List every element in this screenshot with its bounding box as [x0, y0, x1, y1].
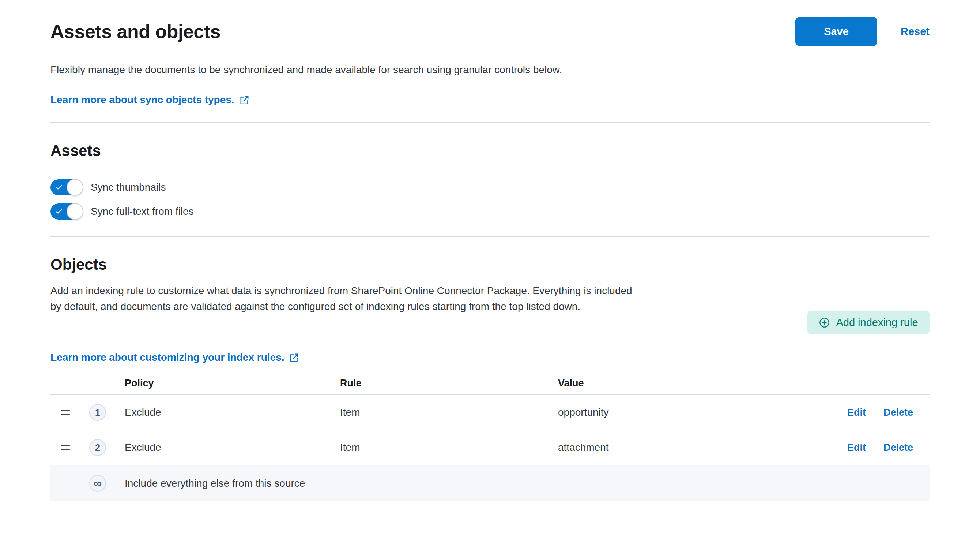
rule-order-badge: 2 — [89, 439, 106, 456]
sync-fulltext-row: Sync full-text from files — [51, 203, 929, 220]
add-indexing-rule-label: Add indexing rule — [836, 316, 918, 329]
rule-cell: Item — [340, 442, 558, 454]
add-indexing-rule-button[interactable]: Add indexing rule — [807, 311, 929, 334]
infinity-badge: ∞ — [89, 475, 106, 492]
value-cell: attachment — [558, 442, 853, 454]
page-title: Assets and objects — [51, 17, 221, 46]
save-button[interactable]: Save — [795, 17, 877, 46]
learn-more-rules-link[interactable]: Learn more about customizing your index … — [51, 352, 299, 363]
section-divider — [51, 122, 929, 123]
edit-rule-link[interactable]: Edit — [847, 442, 866, 454]
column-header-rule: Rule — [340, 377, 558, 390]
add-rule-wrap: Add indexing rule — [807, 311, 929, 334]
toggle-thumb — [67, 203, 83, 220]
rule-cell: Item — [340, 407, 558, 418]
objects-intro: Add an indexing rule to customize what d… — [51, 283, 929, 334]
sync-thumbnails-label: Sync thumbnails — [91, 182, 165, 193]
table-header-row: Policy Rule Value — [51, 377, 929, 395]
sync-fulltext-label: Sync full-text from files — [91, 206, 194, 217]
check-icon — [54, 207, 63, 216]
learn-more-sync-link[interactable]: Learn more about sync objects types. — [51, 94, 250, 106]
value-cell: opportunity — [558, 407, 853, 418]
sync-fulltext-toggle[interactable] — [51, 203, 83, 220]
sync-thumbnails-row: Sync thumbnails — [51, 179, 929, 195]
include-everything-label: Include everything else from this source — [125, 478, 929, 489]
header-actions: Save Reset — [795, 17, 929, 46]
external-link-icon — [240, 95, 250, 105]
delete-rule-link[interactable]: Delete — [883, 442, 913, 454]
check-icon — [54, 183, 63, 192]
edit-rule-link[interactable]: Edit — [847, 407, 866, 418]
learn-more-sync-label: Learn more about sync objects types. — [51, 94, 234, 106]
toggle-thumb — [67, 179, 83, 196]
policy-cell: Exclude — [125, 442, 340, 454]
plus-in-circle-icon — [819, 317, 830, 328]
policy-cell: Exclude — [125, 407, 340, 418]
include-everything-row: ∞ Include everything else from this sour… — [51, 465, 929, 501]
learn-more-rules-label: Learn more about customizing your index … — [51, 352, 284, 363]
settings-panel: Assets and objects Save Reset Flexibly m… — [51, 0, 929, 501]
assets-heading: Assets — [51, 142, 929, 160]
objects-description: Add an indexing rule to customize what d… — [51, 283, 645, 334]
external-link-icon — [289, 353, 299, 363]
section-divider — [51, 236, 929, 237]
reset-button[interactable]: Reset — [900, 26, 929, 38]
table-row: 2 Exclude Item attachment Edit Delete — [51, 430, 929, 465]
sync-thumbnails-toggle[interactable] — [51, 179, 83, 195]
rule-order-badge: 1 — [89, 404, 106, 421]
table-row: 1 Exclude Item opportunity Edit Delete — [51, 395, 929, 430]
objects-heading: Objects — [51, 256, 929, 273]
drag-handle-icon[interactable] — [61, 445, 70, 450]
delete-rule-link[interactable]: Delete — [883, 407, 913, 418]
drag-handle-icon[interactable] — [61, 410, 70, 415]
page-header: Assets and objects Save Reset — [51, 17, 929, 46]
column-header-value: Value — [558, 377, 853, 390]
column-header-policy: Policy — [125, 377, 340, 390]
indexing-rules-table: Policy Rule Value 1 Exclude Item opportu… — [51, 377, 929, 501]
page-description: Flexibly manage the documents to be sync… — [51, 64, 929, 76]
